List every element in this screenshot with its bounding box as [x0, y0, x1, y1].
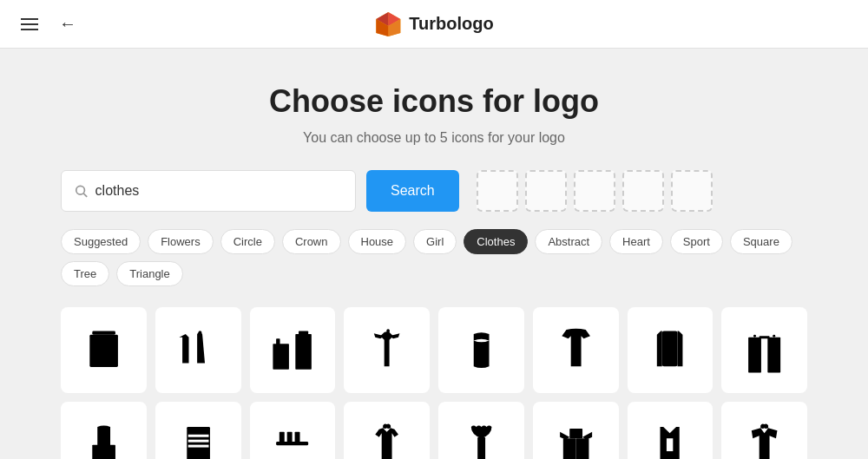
- icon-card[interactable]: [438, 402, 524, 459]
- svg-rect-14: [273, 344, 290, 370]
- svg-rect-17: [299, 331, 308, 336]
- icon-card[interactable]: [250, 402, 336, 459]
- icon-card[interactable]: [344, 402, 430, 459]
- svg-rect-7: [92, 331, 115, 334]
- svg-point-5: [76, 186, 85, 194]
- icon-card[interactable]: [344, 307, 430, 393]
- svg-rect-30: [187, 434, 208, 436]
- svg-line-6: [83, 193, 87, 197]
- filter-tag[interactable]: Sport: [670, 229, 723, 254]
- icon-grid: [61, 307, 807, 459]
- logo-text: Turbologo: [409, 14, 493, 34]
- icon-card[interactable]: [61, 402, 147, 459]
- svg-point-27: [773, 335, 775, 338]
- svg-point-20: [476, 351, 479, 355]
- icon-card[interactable]: [721, 307, 807, 393]
- svg-rect-41: [667, 438, 673, 451]
- icon-card[interactable]: [628, 307, 713, 393]
- filter-tag[interactable]: Heart: [609, 229, 663, 254]
- icon-card[interactable]: [61, 307, 147, 393]
- back-button[interactable]: ←: [49, 7, 87, 41]
- svg-rect-37: [477, 436, 485, 459]
- search-box: [61, 170, 356, 212]
- svg-rect-38: [562, 438, 575, 459]
- search-row: Search: [61, 170, 807, 212]
- icon-card[interactable]: [533, 402, 619, 459]
- icon-card[interactable]: [628, 402, 713, 459]
- svg-rect-11: [106, 338, 108, 340]
- icon-slots-container: [477, 170, 713, 212]
- icon-slot-5[interactable]: [671, 170, 713, 212]
- svg-rect-36: [295, 431, 300, 444]
- svg-rect-40: [569, 429, 582, 438]
- svg-rect-12: [98, 342, 108, 343]
- svg-rect-35: [287, 431, 293, 444]
- filter-tags: SuggestedFlowersCircleCrownHouseGirlClot…: [61, 229, 807, 286]
- filter-tag[interactable]: House: [348, 229, 407, 254]
- filter-tag[interactable]: Tree: [61, 261, 109, 286]
- icon-card[interactable]: [155, 402, 241, 459]
- filter-tag[interactable]: Triangle: [116, 261, 182, 286]
- icon-slot-2[interactable]: [525, 170, 567, 212]
- filter-tag[interactable]: Suggested: [61, 229, 141, 254]
- icon-card[interactable]: [438, 307, 524, 393]
- svg-rect-15: [276, 338, 279, 346]
- svg-rect-39: [575, 438, 589, 459]
- svg-rect-32: [187, 444, 208, 447]
- svg-rect-31: [187, 439, 208, 442]
- filter-tag[interactable]: Girl: [413, 229, 457, 254]
- app-header: ← Turbologo: [0, 0, 868, 49]
- svg-rect-23: [748, 338, 761, 373]
- page-subtitle: You can choose up to 5 icons for your lo…: [61, 130, 807, 146]
- svg-rect-29: [187, 426, 210, 459]
- svg-point-18: [476, 344, 479, 348]
- search-input[interactable]: [95, 183, 343, 199]
- svg-point-21: [483, 351, 486, 355]
- svg-rect-34: [279, 431, 285, 444]
- logo: Turbologo: [374, 10, 493, 38]
- icon-card[interactable]: [533, 307, 619, 393]
- search-icon: [74, 183, 89, 199]
- svg-rect-22: [662, 331, 678, 366]
- svg-rect-28: [92, 444, 115, 459]
- search-button[interactable]: Search: [366, 170, 459, 212]
- main-content: Choose icons for logo You can choose up …: [43, 49, 825, 459]
- icon-slot-1[interactable]: [477, 170, 518, 212]
- filter-tag[interactable]: Circle: [220, 229, 275, 254]
- icon-card[interactable]: [155, 307, 241, 393]
- filter-tag[interactable]: Abstract: [535, 229, 602, 254]
- icon-card[interactable]: [721, 402, 807, 459]
- icon-card[interactable]: [250, 307, 336, 393]
- menu-button[interactable]: [14, 11, 45, 37]
- filter-tag[interactable]: Flowers: [148, 229, 214, 254]
- page-title: Choose icons for logo: [61, 83, 807, 120]
- svg-point-26: [753, 335, 756, 338]
- svg-rect-16: [296, 334, 312, 370]
- filter-tag[interactable]: Crown: [282, 229, 341, 254]
- svg-rect-25: [760, 336, 770, 338]
- svg-rect-10: [98, 338, 101, 340]
- icon-slot-4[interactable]: [622, 170, 664, 212]
- svg-point-19: [483, 344, 486, 348]
- icon-slot-3[interactable]: [574, 170, 615, 212]
- filter-tag[interactable]: Clothes: [464, 229, 528, 254]
- filter-tag[interactable]: Square: [730, 229, 792, 254]
- logo-icon: [374, 10, 402, 38]
- svg-rect-24: [767, 338, 780, 373]
- svg-rect-9: [95, 335, 111, 354]
